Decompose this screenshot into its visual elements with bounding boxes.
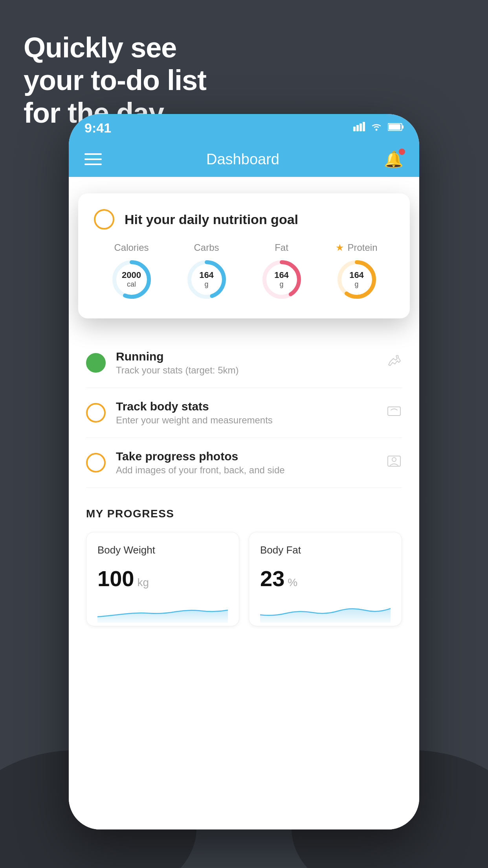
todo-list: Running Track your stats (target: 5km) T… — [69, 338, 419, 488]
todo-item-running[interactable]: Running Track your stats (target: 5km) — [86, 338, 402, 388]
body-weight-unit: kg — [137, 576, 149, 589]
svg-rect-3 — [363, 122, 365, 131]
calories-value: 2000 — [122, 270, 141, 280]
nutrition-card-title: Hit your daily nutrition goal — [125, 212, 298, 227]
battery-icon — [388, 121, 404, 134]
body-fat-unit: % — [288, 576, 297, 589]
body-weight-number: 100 — [97, 566, 134, 591]
svg-point-18 — [392, 458, 396, 462]
progress-header: MY PROGRESS — [86, 508, 402, 520]
carbs-donut: 164 g — [185, 258, 228, 301]
carbs-label: Carbs — [194, 242, 219, 253]
running-icon — [386, 355, 402, 371]
svg-rect-16 — [388, 407, 400, 416]
protein-donut: 164 g — [335, 258, 378, 301]
svg-rect-2 — [360, 123, 362, 131]
hamburger-menu[interactable] — [84, 153, 102, 165]
nutrition-check-circle[interactable] — [94, 209, 114, 230]
progress-section: MY PROGRESS Body Weight 100 kg — [69, 488, 419, 642]
todo-name-photos: Take progress photos — [116, 450, 376, 463]
todo-name-running: Running — [116, 350, 376, 363]
status-icons — [353, 121, 404, 134]
todo-circle-photos — [86, 453, 106, 473]
todo-text-photos: Take progress photos Add images of your … — [116, 450, 376, 476]
phone-frame: 9:41 Dashboard 🔔 THINGS TO DO TODAY — [69, 114, 419, 829]
wifi-icon — [371, 121, 382, 134]
body-weight-title: Body Weight — [97, 544, 228, 556]
body-fat-title: Body Fat — [260, 544, 391, 556]
progress-cards: Body Weight 100 kg — [86, 532, 402, 626]
protein-label: ★ Protein — [336, 242, 377, 253]
body-weight-card[interactable]: Body Weight 100 kg — [86, 532, 239, 626]
body-fat-number: 23 — [260, 566, 284, 591]
nutrition-row: Calories 2000 cal Carbs — [94, 242, 394, 301]
protein-value: 164 — [349, 270, 364, 280]
protein-star-icon: ★ — [336, 242, 344, 253]
fat-donut: 164 g — [260, 258, 303, 301]
main-content: THINGS TO DO TODAY Hit your daily nutrit… — [69, 177, 419, 829]
body-fat-value-row: 23 % — [260, 566, 391, 591]
person-icon — [386, 454, 402, 471]
calories-unit: cal — [122, 280, 141, 289]
headline-line1: Quickly see — [24, 32, 176, 63]
nutrition-card: Hit your daily nutrition goal Calories 2… — [78, 193, 410, 318]
headline-line2: your to-do list — [24, 64, 206, 96]
todo-text-running: Running Track your stats (target: 5km) — [116, 350, 376, 376]
todo-text-body-stats: Track body stats Enter your weight and m… — [116, 400, 376, 426]
protein-unit: g — [349, 280, 364, 289]
body-fat-card[interactable]: Body Fat 23 % — [249, 532, 402, 626]
todo-sub-body-stats: Enter your weight and measurements — [116, 415, 376, 426]
scale-icon — [386, 405, 402, 421]
body-weight-value-row: 100 kg — [97, 566, 228, 591]
notification-dot — [399, 149, 405, 155]
status-bar: 9:41 — [69, 114, 419, 142]
todo-sub-running: Track your stats (target: 5km) — [116, 365, 376, 376]
todo-sub-photos: Add images of your front, back, and side — [116, 465, 376, 476]
nutrition-fat: Fat 164 g — [260, 242, 303, 301]
svg-point-4 — [376, 129, 378, 131]
calories-donut: 2000 cal — [110, 258, 153, 301]
fat-value: 164 — [274, 270, 289, 280]
todo-circle-body-stats — [86, 403, 106, 423]
nav-title: Dashboard — [206, 151, 279, 168]
carbs-value: 164 — [199, 270, 214, 280]
svg-rect-7 — [389, 124, 400, 130]
todo-name-body-stats: Track body stats — [116, 400, 376, 413]
body-weight-sparkline — [97, 599, 228, 623]
notification-bell[interactable]: 🔔 — [384, 150, 404, 169]
nav-bar: Dashboard 🔔 — [69, 142, 419, 177]
fat-label: Fat — [275, 242, 288, 253]
calories-label: Calories — [114, 242, 149, 253]
carbs-unit: g — [199, 280, 214, 289]
svg-rect-0 — [353, 127, 356, 131]
todo-item-body-stats[interactable]: Track body stats Enter your weight and m… — [86, 388, 402, 438]
svg-rect-1 — [356, 125, 359, 131]
body-fat-sparkline — [260, 599, 391, 623]
todo-circle-running — [86, 353, 106, 373]
signal-icon — [353, 121, 365, 134]
fat-unit: g — [274, 280, 289, 289]
nutrition-calories: Calories 2000 cal — [110, 242, 153, 301]
status-time: 9:41 — [84, 120, 111, 136]
todo-item-photos[interactable]: Take progress photos Add images of your … — [86, 438, 402, 488]
nutrition-protein: ★ Protein 164 g — [335, 242, 378, 301]
nutrition-carbs: Carbs 164 g — [185, 242, 228, 301]
svg-rect-6 — [402, 125, 404, 129]
